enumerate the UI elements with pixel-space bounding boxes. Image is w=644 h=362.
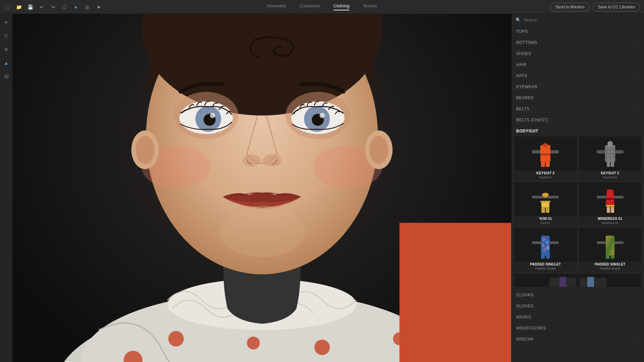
svg-rect-62 — [607, 160, 610, 167]
category-shoes[interactable]: SHOES — [512, 48, 644, 59]
padded1-sublabel: Padded Singlet — [514, 266, 577, 272]
topbar: ⬚ 📁 💾 ↩ ↪ ⬡ ● ◎ ★ Assemble Customize Clo… — [0, 0, 644, 14]
rotate-icon[interactable]: ↻ — [3, 32, 10, 40]
svg-point-81 — [544, 238, 546, 240]
chevron-bottoms: › — [638, 41, 639, 45]
chevron-belts-chest: › — [638, 118, 639, 122]
bodysuit-grid: KEYSUIT 2 Keysuit 2 — [512, 137, 644, 290]
svg-rect-73 — [611, 207, 614, 213]
keysuit2a-image — [579, 137, 642, 170]
search-input[interactable] — [524, 17, 640, 22]
svg-point-41 — [263, 155, 282, 167]
category-belts-chest[interactable]: BELTS (CHEST) › — [512, 115, 644, 126]
svg-rect-95 — [587, 277, 594, 287]
clothing-card-partial[interactable] — [514, 274, 641, 287]
cursor-icon[interactable]: ▲ — [3, 59, 10, 66]
svg-point-42 — [219, 206, 305, 257]
kini01-sublabel: Kini 01 — [514, 221, 577, 226]
svg-rect-67 — [546, 207, 549, 213]
category-gloves[interactable]: GLOVES — [512, 301, 644, 312]
box-icon[interactable]: ⬡ — [61, 4, 68, 10]
star-icon[interactable]: ★ — [95, 4, 102, 10]
category-wigcap[interactable]: WIGCAP › — [512, 334, 644, 345]
tab-texture[interactable]: Texture — [363, 3, 377, 10]
kini01-image — [514, 182, 577, 216]
clothing-card-minidress[interactable]: Minidress 01 Minidress 01 — [579, 182, 642, 226]
search-icon: 🔍 — [516, 17, 521, 22]
svg-rect-49 — [540, 154, 550, 156]
category-tops[interactable]: TOPS › — [512, 26, 644, 37]
category-label-eyewear: EYEWEAR — [516, 84, 639, 89]
clothing-card-padded2[interactable]: PADDED SINGLET Padded Singlet — [579, 228, 642, 272]
padded1-image — [514, 228, 577, 261]
globe-icon[interactable]: ◎ — [84, 4, 91, 10]
svg-point-39 — [320, 113, 325, 118]
category-bodysuit[interactable]: BODYSUIT — [512, 126, 644, 137]
category-eyewear[interactable]: EYEWEAR — [512, 81, 644, 93]
topbar-tool-icons: ⬚ 📁 💾 ↩ ↪ ⬡ ● ◎ ★ — [4, 4, 102, 10]
svg-point-78 — [542, 244, 544, 247]
tab-customize[interactable]: Customize — [300, 3, 320, 10]
padded2-label: PADDED SINGLET — [579, 261, 642, 266]
svg-rect-85 — [541, 255, 545, 259]
svg-rect-71 — [606, 205, 614, 206]
clothing-card-padded1[interactable]: PADDED SINGLET Padded Singlet — [514, 228, 577, 272]
svg-point-11 — [314, 340, 330, 355]
svg-point-61 — [607, 141, 613, 146]
transform-icon[interactable]: ✛ — [3, 19, 10, 26]
category-label-beards: BEARDS — [516, 96, 639, 100]
svg-rect-89 — [606, 236, 614, 256]
category-label-tops: TOPS — [516, 29, 638, 34]
svg-point-79 — [546, 246, 549, 250]
right-panel: 🔍 TOPS › BOTTOMS › SHOES HAIR › HATS › — [511, 14, 644, 362]
category-label-shoes: SHOES — [516, 51, 639, 56]
svg-point-40 — [242, 155, 261, 167]
main-tabs: Assemble Customize Clothing Texture — [267, 3, 377, 10]
select-icon[interactable]: ⬚ — [4, 4, 11, 10]
folder-icon[interactable]: 📁 — [15, 4, 22, 10]
clothing-card-kini01[interactable]: 'KINI 01 Kini 01 — [514, 182, 577, 226]
keysuit2-image — [514, 137, 577, 170]
tab-clothing[interactable]: Clothing — [333, 3, 350, 10]
category-label-hats: HATS — [516, 73, 638, 78]
save-cc-button[interactable]: Save to CC Libraries — [593, 3, 640, 11]
chevron-tops: › — [638, 30, 639, 34]
clothing-card-keysuit2[interactable]: KEYSUIT 2 Keysuit 2 — [514, 137, 577, 180]
sphere-icon[interactable]: ● — [72, 4, 79, 10]
chevron-belts: › — [638, 107, 639, 111]
redo-icon[interactable]: ↪ — [50, 4, 56, 10]
tab-assemble[interactable]: Assemble — [267, 3, 286, 10]
chevron-moustaches: › — [638, 326, 639, 330]
send-mixamo-button[interactable]: Send to Mixamo — [550, 3, 590, 11]
category-moustaches[interactable]: MOUSTACHES › — [512, 323, 644, 334]
svg-rect-72 — [607, 207, 610, 213]
category-cloaks[interactable]: CLOAKS — [512, 290, 644, 301]
category-label-wigcap: WIGCAP — [516, 337, 638, 342]
svg-point-34 — [210, 113, 215, 118]
category-beards[interactable]: BEARDS — [512, 93, 644, 104]
svg-rect-90 — [606, 255, 609, 259]
svg-point-7 — [168, 331, 184, 347]
svg-rect-51 — [546, 160, 550, 167]
category-label-cloaks: CLOAKS — [516, 293, 639, 297]
kini01-label: 'KINI 01 — [514, 216, 577, 221]
save-icon[interactable]: 💾 — [27, 4, 34, 10]
svg-rect-66 — [541, 207, 545, 213]
keysuit2-sublabel: Keysuit 2 — [514, 175, 577, 180]
undo-icon[interactable]: ↩ — [38, 4, 45, 10]
category-bottoms[interactable]: BOTTOMS › — [512, 37, 644, 48]
category-hair[interactable]: HAIR › — [512, 59, 644, 70]
layers-icon[interactable]: ▤ — [3, 72, 10, 80]
partial-image — [514, 274, 641, 287]
svg-point-27 — [369, 136, 388, 164]
scale-icon[interactable]: ⊕ — [3, 46, 10, 53]
chevron-hair: › — [638, 63, 639, 67]
svg-rect-68 — [540, 201, 550, 202]
clothing-card-keysuit2a[interactable]: KEYSUIT 2 Keysuit 2a — [579, 137, 642, 180]
category-label-gloves: GLOVES — [516, 304, 639, 308]
category-masks[interactable]: MASKS — [512, 312, 644, 323]
category-belts[interactable]: BELTS › — [512, 104, 644, 115]
category-hats[interactable]: HATS › — [512, 70, 644, 81]
category-label-belts: BELTS — [516, 107, 638, 111]
category-label-hair: HAIR — [516, 62, 638, 67]
